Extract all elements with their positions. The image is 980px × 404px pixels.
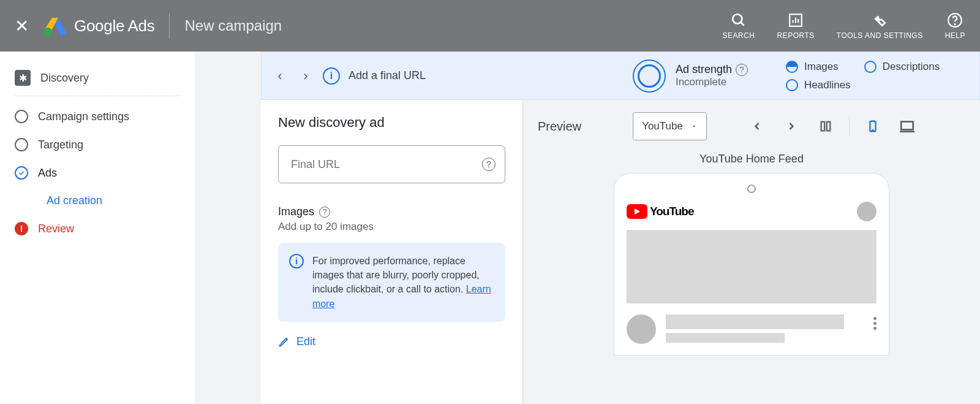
check-circle-icon (15, 166, 28, 180)
sidebar-divider (15, 96, 180, 96)
phone-camera-icon (747, 185, 756, 193)
search-icon (731, 12, 747, 28)
split-view-button[interactable] (815, 115, 837, 137)
preview-feed-title: YouTube Home Feed (538, 153, 965, 166)
phone-mockup: YouTube (614, 173, 889, 356)
form-title: New discovery ad (278, 115, 505, 131)
desktop-view-button[interactable] (896, 115, 918, 137)
svg-rect-9 (821, 122, 825, 131)
ad-strength-bar: ‹ › i Add a final URL Ad strength ? Inco… (261, 51, 980, 100)
sidebar-item-discovery[interactable]: ✱ Discovery (15, 63, 180, 93)
strength-ring-icon (633, 59, 666, 93)
reports-icon (788, 12, 804, 28)
chip-descriptions: Descriptions (864, 61, 940, 73)
edit-images-button[interactable]: Edit (278, 335, 505, 348)
hint-text: Add a final URL (349, 69, 426, 82)
more-icon (873, 314, 876, 330)
svg-rect-13 (901, 121, 913, 129)
youtube-header: YouTube (627, 202, 876, 221)
top-bar: ✕ Google Ads New campaign SEARCH REPORTS… (0, 0, 980, 51)
chip-images: Images (786, 61, 839, 73)
info-icon: i (289, 254, 304, 269)
sidebar: ✱ Discovery Campaign settings Targeting … (0, 51, 195, 404)
circle-icon (786, 79, 798, 91)
close-icon[interactable]: ✕ (15, 16, 29, 36)
info-text: For improved performance, replace images… (312, 254, 494, 311)
svg-point-1 (733, 14, 742, 23)
divider (169, 13, 170, 38)
circle-icon (15, 110, 28, 123)
youtube-play-icon (627, 204, 647, 219)
sidebar-item-review[interactable]: ! Review (15, 215, 180, 243)
preview-next-button[interactable] (780, 115, 802, 137)
circle-icon (864, 61, 876, 73)
final-url-input[interactable] (278, 145, 505, 183)
strength-label: Ad strength ? (676, 63, 748, 76)
svg-line-2 (741, 22, 744, 25)
pencil-icon (278, 335, 290, 348)
chip-headlines: Headlines (786, 79, 851, 91)
brand-logo: Google Ads (43, 15, 154, 36)
final-url-field-wrap: ? (278, 145, 505, 183)
help-icon[interactable]: ? (736, 64, 748, 76)
channel-avatar-placeholder (627, 314, 656, 344)
sidebar-item-ad-creation[interactable]: Ad creation (15, 187, 180, 215)
preview-toolbar: Preview YouTube (538, 112, 965, 140)
help-icon[interactable]: ? (319, 207, 330, 218)
half-circle-icon (786, 61, 798, 73)
brand-text: Google Ads (74, 17, 154, 36)
svg-point-0 (43, 28, 52, 36)
form-panel: New discovery ad ? Images ? Add up to 20… (261, 100, 523, 404)
preview-platform-dropdown[interactable]: YouTube (633, 112, 707, 140)
sidebar-item-ads[interactable]: Ads (15, 159, 180, 187)
images-section-subtext: Add up to 20 images (278, 221, 505, 233)
info-icon: i (323, 67, 340, 85)
wrench-icon (872, 12, 888, 28)
help-icon[interactable]: ? (482, 158, 496, 171)
circle-icon (15, 138, 28, 151)
avatar-placeholder (857, 202, 876, 221)
images-info-box: i For improved performance, replace imag… (278, 243, 505, 322)
help-icon (947, 12, 963, 28)
strength-value: Incomplete (676, 76, 748, 88)
settings-tool[interactable]: TOOLS AND SETTINGS (837, 12, 923, 40)
mobile-view-button[interactable] (862, 115, 884, 137)
reports-tool[interactable]: REPORTS (777, 12, 815, 40)
svg-point-8 (955, 23, 956, 24)
chevron-down-icon (690, 123, 698, 130)
error-icon: ! (15, 222, 28, 235)
page-title: New campaign (184, 17, 722, 34)
video-meta-row (627, 314, 876, 344)
strength-chips: Images Descriptions Headlines (786, 61, 970, 91)
sidebar-item-targeting[interactable]: Targeting (15, 131, 180, 159)
ad-strength-meter: Ad strength ? Incomplete (633, 59, 748, 93)
video-thumbnail-placeholder (627, 230, 876, 303)
text-line-placeholder (666, 314, 844, 329)
search-tool[interactable]: SEARCH (723, 12, 755, 40)
next-tip-button[interactable]: › (297, 67, 314, 85)
divider (849, 116, 850, 137)
svg-rect-10 (827, 122, 831, 131)
text-line-placeholder (666, 333, 785, 343)
top-tools: SEARCH REPORTS TOOLS AND SETTINGS HELP (723, 12, 965, 40)
prev-tip-button[interactable]: ‹ (271, 67, 288, 85)
images-section-heading: Images ? (278, 205, 505, 218)
discovery-icon: ✱ (15, 70, 31, 86)
help-tool[interactable]: HELP (945, 12, 965, 40)
youtube-logo: YouTube (627, 204, 693, 219)
preview-prev-button[interactable] (746, 115, 768, 137)
google-ads-logo-icon (43, 15, 67, 36)
preview-panel: Preview YouTube YouTube Home Feed (523, 100, 980, 404)
preview-title: Preview (538, 120, 581, 134)
sidebar-item-campaign-settings[interactable]: Campaign settings (15, 102, 180, 131)
